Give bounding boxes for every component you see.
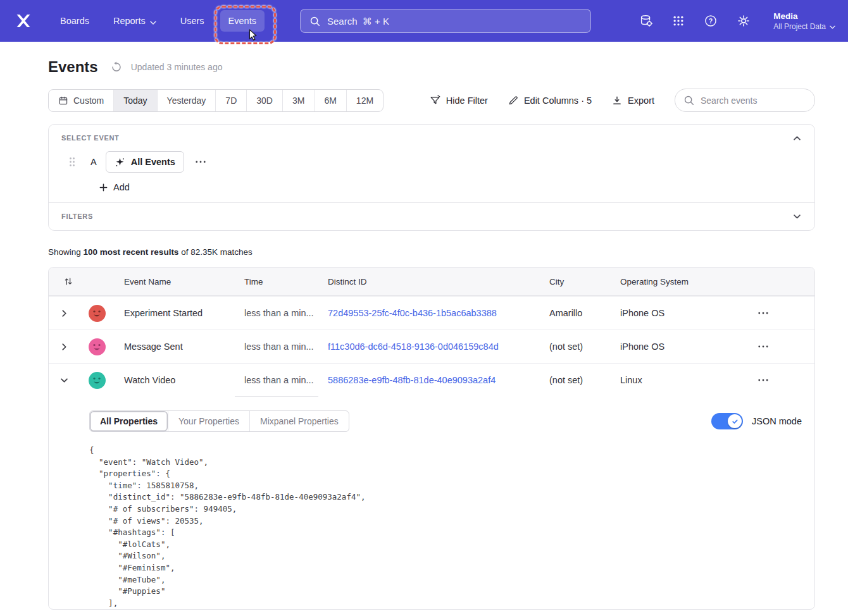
- search-icon: [309, 16, 320, 27]
- results-summary: Showing 100 most recent results of 82.35…: [48, 247, 815, 257]
- distinct-id-link[interactable]: 72d49553-25fc-4f0c-b436-1b5ac6ab3388: [328, 308, 497, 318]
- range-yesterday-button[interactable]: Yesterday: [157, 90, 216, 111]
- refresh-icon[interactable]: [111, 61, 122, 73]
- collapse-chevron-up-icon[interactable]: [792, 135, 802, 142]
- event-selector-chip[interactable]: All Events: [106, 151, 184, 173]
- table-row-expanded[interactable]: Watch Video less than a min... 5886283e-…: [49, 363, 814, 397]
- distinct-id-link[interactable]: f11c30d6-dc6d-4518-9136-0d046159c84d: [328, 342, 499, 352]
- main-content: Events Updated 3 minutes ago Custom Toda…: [48, 58, 815, 610]
- table-row[interactable]: Message Sent less than a min... f11c30d6…: [49, 330, 814, 363]
- add-event-button[interactable]: Add: [99, 182, 130, 192]
- table-header: Event Name Time Distinct ID City Operati…: [49, 268, 814, 296]
- range-custom-button[interactable]: Custom: [49, 90, 113, 111]
- edit-columns-button[interactable]: Edit Columns · 5: [508, 95, 592, 106]
- range-3m-button[interactable]: 3M: [282, 90, 314, 111]
- filter-icon: [430, 95, 440, 106]
- more-icon[interactable]: [193, 158, 208, 166]
- events-search[interactable]: [675, 89, 815, 112]
- toolbar-actions: Hide Filter Edit Columns · 5 Export: [430, 89, 815, 112]
- tab-your-properties[interactable]: Your Properties: [168, 411, 249, 431]
- mixpanel-logo-icon: [15, 13, 32, 29]
- range-6m-button[interactable]: 6M: [314, 90, 346, 111]
- chevron-right-icon[interactable]: [58, 340, 70, 354]
- toggle-knob: [728, 414, 742, 428]
- page-title: Events: [48, 58, 98, 76]
- hide-filter-button[interactable]: Hide Filter: [430, 95, 488, 106]
- primary-nav: Boards Reports Users Events: [52, 9, 265, 32]
- chevron-down-icon: [830, 22, 835, 31]
- range-12m-button[interactable]: 12M: [346, 90, 383, 111]
- help-icon[interactable]: ?: [704, 14, 718, 28]
- range-30d-button[interactable]: 30D: [246, 90, 282, 111]
- json-mode-toggle[interactable]: [711, 413, 743, 429]
- os-cell: iPhone OS: [611, 308, 712, 318]
- search-icon: [683, 95, 694, 106]
- chevron-down-icon[interactable]: [792, 213, 802, 220]
- time-cell: less than a min...: [235, 342, 318, 352]
- pencil-icon: [508, 95, 518, 106]
- tab-mixpanel-properties[interactable]: Mixpanel Properties: [249, 411, 349, 431]
- row-more-icon[interactable]: [756, 343, 771, 350]
- nav-boards[interactable]: Boards: [52, 10, 97, 32]
- settings-gear-icon[interactable]: [737, 14, 751, 28]
- event-name-cell: Message Sent: [115, 342, 235, 352]
- filters-section[interactable]: FILTERS: [49, 203, 814, 230]
- plus-icon: [99, 183, 108, 192]
- event-detail-panel: All Properties Your Properties Mixpanel …: [49, 397, 814, 609]
- date-range-group: Custom Today Yesterday 7D 30D 3M 6M 12M: [48, 89, 383, 112]
- column-header-os: Operating System: [611, 277, 712, 286]
- data-connections-icon[interactable]: [639, 14, 653, 28]
- sparkle-icon: [115, 157, 125, 168]
- row-more-icon[interactable]: [756, 309, 771, 317]
- range-today-button[interactable]: Today: [113, 90, 156, 111]
- mixpanel-logo[interactable]: [14, 13, 33, 29]
- row-more-icon[interactable]: [756, 376, 771, 384]
- nav-events[interactable]: Events: [220, 10, 265, 32]
- os-cell: iPhone OS: [611, 342, 712, 352]
- range-7d-button[interactable]: 7D: [215, 90, 246, 111]
- project-switcher[interactable]: Media All Project Data: [773, 11, 835, 31]
- event-json-viewer: { "event": "Watch Video", "properties": …: [89, 445, 802, 609]
- mixpanel-events-page: Boards Reports Users Events ?: [0, 0, 848, 616]
- column-header-city: City: [540, 277, 611, 286]
- global-search-input[interactable]: [327, 16, 582, 27]
- project-subtitle: All Project Data: [773, 22, 826, 31]
- column-header-event-name: Event Name: [115, 277, 235, 286]
- calendar-icon: [58, 95, 68, 106]
- time-cell: less than a min...: [235, 364, 318, 397]
- event-name-cell: Experiment Started: [115, 308, 235, 318]
- global-search[interactable]: [300, 9, 591, 33]
- city-cell: Amarillo: [540, 308, 611, 318]
- filters-label: FILTERS: [61, 213, 93, 220]
- chevron-down-icon[interactable]: [57, 374, 72, 386]
- event-emoji-avatar: [89, 305, 106, 322]
- city-cell: (not set): [540, 375, 611, 385]
- check-icon: [732, 418, 739, 425]
- event-chip-label: All Events: [131, 157, 175, 167]
- last-updated-text: Updated 3 minutes ago: [131, 62, 223, 72]
- export-button[interactable]: Export: [612, 95, 654, 106]
- nav-reports[interactable]: Reports: [105, 9, 165, 32]
- events-search-input[interactable]: [675, 89, 815, 112]
- apps-grid-icon[interactable]: [672, 15, 685, 27]
- toolbar: Custom Today Yesterday 7D 30D 3M 6M 12M …: [48, 89, 815, 112]
- drag-handle-icon[interactable]: [69, 157, 75, 167]
- os-cell: Linux: [611, 375, 712, 385]
- download-icon: [612, 95, 622, 106]
- distinct-id-link[interactable]: 5886283e-e9fb-48fb-81de-40e9093a2af4: [328, 375, 496, 385]
- event-emoji-avatar: [89, 338, 106, 355]
- select-event-section: SELECT EVENT A All Events: [49, 125, 814, 202]
- navbar-right: ? Media All Project Data: [639, 11, 835, 31]
- sort-icon[interactable]: [64, 276, 73, 286]
- project-name: Media: [773, 11, 835, 21]
- results-count: 100 most recent results: [84, 247, 179, 257]
- nav-users[interactable]: Users: [172, 10, 213, 32]
- time-cell: less than a min...: [235, 308, 318, 318]
- json-mode-label: JSON mode: [752, 416, 802, 426]
- query-builder-card: SELECT EVENT A All Events: [48, 124, 815, 231]
- table-row[interactable]: Experiment Started less than a min... 72…: [49, 296, 814, 330]
- tab-all-properties[interactable]: All Properties: [90, 411, 168, 431]
- chevron-right-icon[interactable]: [58, 306, 70, 321]
- city-cell: (not set): [540, 342, 611, 352]
- column-header-distinct-id: Distinct ID: [318, 277, 540, 286]
